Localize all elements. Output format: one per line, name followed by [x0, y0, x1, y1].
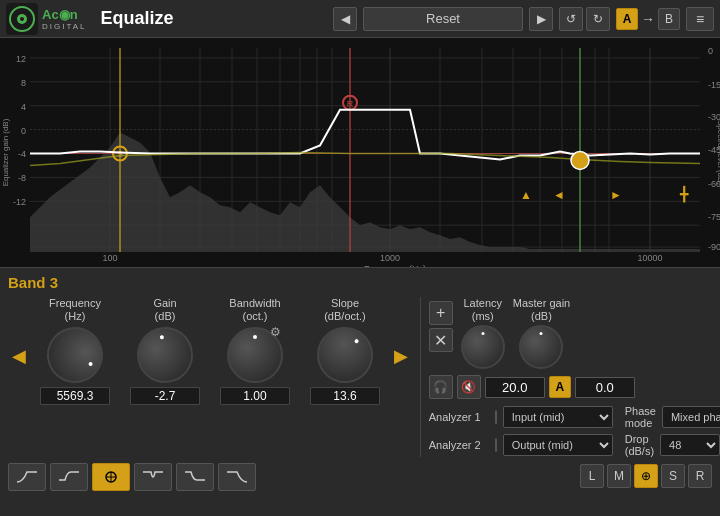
analyzer1-color-swatch [495, 410, 497, 424]
latency-knob[interactable] [461, 325, 505, 369]
svg-text:►: ► [610, 188, 622, 202]
analyzer2-row: Analyzer 2 Output (mid) Output (side) In… [429, 433, 712, 457]
band-prev-button[interactable]: ◀ [8, 345, 30, 367]
lowpass-icon [225, 468, 249, 486]
channel-r-button[interactable]: R [688, 464, 712, 488]
svg-text:Frequency (Hz): Frequency (Hz) [364, 264, 426, 267]
header: Ac◉n DIGITAL Equalize ◀ Reset ▶ ↺ ↻ A → … [0, 0, 720, 38]
analyzer2-label: Analyzer 2 [429, 439, 489, 451]
filter-notch-button[interactable] [134, 463, 172, 491]
svg-text:8: 8 [21, 78, 26, 88]
undo-button[interactable]: ↺ [559, 7, 583, 31]
svg-text:10000: 10000 [637, 253, 662, 263]
svg-text:0: 0 [708, 46, 713, 56]
controls-area: Band 3 ◀ Frequency (Hz) 5569.3 Gain (dB)… [0, 268, 720, 516]
drop-label: Drop (dB/s) [625, 433, 654, 457]
tilt-icon [183, 468, 207, 486]
a-button[interactable]: A [616, 8, 638, 30]
latency-value[interactable]: 20.0 [485, 377, 545, 398]
svg-text:-12: -12 [13, 197, 26, 207]
filter-lowshelf-button[interactable] [50, 463, 88, 491]
filter-tilt-button[interactable] [176, 463, 214, 491]
svg-text:12: 12 [16, 54, 26, 64]
menu-button[interactable]: ≡ [686, 7, 714, 31]
gain-group: Gain (dB) -2.7 [120, 297, 210, 405]
headphones-button[interactable]: 🎧 [429, 375, 453, 399]
channel-l-label: L [589, 469, 596, 483]
phase-mode-select[interactable]: Mixed phase Linear phase Minimum phase [662, 406, 720, 428]
svg-text:4: 4 [21, 102, 26, 112]
eq-canvas: 12 8 4 0 -4 -8 -12 0 -15 -30 -45 -60 -75… [0, 38, 720, 267]
filter-peak-button[interactable] [92, 463, 130, 491]
analyzer2-select[interactable]: Output (mid) Output (side) Input (mid) O… [503, 434, 613, 456]
svg-text:-4: -4 [18, 149, 26, 159]
channel-l-button[interactable]: L [580, 464, 604, 488]
filter-row [8, 463, 256, 491]
add-remove-group: + ✕ [429, 301, 453, 352]
icons-values-row: 🎧 🔇 20.0 A 0.0 [429, 375, 712, 399]
logo-icon [6, 3, 38, 35]
band-next-button[interactable]: ▶ [390, 345, 412, 367]
filter-lowpass-button[interactable] [218, 463, 256, 491]
bandwidth-settings-icon[interactable]: ⚙ [270, 325, 281, 339]
analyzer1-row: Analyzer 1 Input (mid) Input (side) Outp… [429, 405, 712, 429]
svg-text:-8: -8 [18, 173, 26, 183]
gain-knob[interactable] [133, 323, 198, 388]
logo-text: Ac◉n DIGITAL [42, 7, 87, 31]
drop-select[interactable]: 48 96 24 12 [660, 434, 720, 456]
analyzer1-select[interactable]: Input (mid) Input (side) Output (mid) Of… [503, 406, 613, 428]
eq-display[interactable]: 12 8 4 0 -4 -8 -12 0 -15 -30 -45 -60 -75… [0, 38, 720, 268]
band-label: Band 3 [8, 274, 712, 291]
frequency-value[interactable]: 5569.3 [40, 387, 110, 405]
channel-mid-icon: ⊕ [641, 469, 651, 483]
channel-s-button[interactable]: S [661, 464, 685, 488]
frequency-knob[interactable] [37, 317, 113, 393]
channel-m-button[interactable]: M [607, 464, 631, 488]
headphones-icon: 🎧 [433, 380, 448, 394]
svg-point-3 [20, 17, 24, 21]
master-gain-knob[interactable] [519, 325, 563, 369]
svg-text:Equalizer gain (dB): Equalizer gain (dB) [1, 118, 10, 186]
divider [420, 297, 421, 457]
ab-display-button[interactable]: A [549, 376, 571, 398]
mute-icon: 🔇 [461, 380, 476, 394]
band-controls: ◀ Frequency (Hz) 5569.3 Gain (dB) -2.7 B… [8, 297, 412, 405]
latency-label: Latency (ms) [463, 297, 502, 323]
gain-value[interactable]: -2.7 [130, 387, 200, 405]
mute-button[interactable]: 🔇 [457, 375, 481, 399]
svg-text:S: S [117, 149, 123, 159]
svg-text:▲: ▲ [520, 188, 532, 202]
knob-dot [88, 362, 93, 367]
knob-dot [160, 335, 165, 340]
knob-dot [253, 335, 257, 339]
ab-arrow-icon: → [641, 11, 655, 27]
ab-group: A → B [616, 8, 680, 30]
remove-band-button[interactable]: ✕ [429, 328, 453, 352]
preset-next-button[interactable]: ▶ [529, 7, 553, 31]
svg-text:100: 100 [102, 253, 117, 263]
redo-button[interactable]: ↻ [586, 7, 610, 31]
svg-text:◄: ◄ [553, 188, 565, 202]
bandwidth-value[interactable]: 1.00 [220, 387, 290, 405]
analyzer2-color-swatch [495, 438, 497, 452]
slope-knob[interactable] [306, 316, 385, 395]
lowshelf-icon [57, 468, 81, 486]
b-button[interactable]: B [658, 8, 680, 30]
right-top: + ✕ Latency (ms) Master gain (dB) [429, 297, 712, 369]
peak-icon [99, 468, 123, 486]
channel-mid-button[interactable]: ⊕ [634, 464, 658, 488]
preset-prev-button[interactable]: ◀ [333, 7, 357, 31]
master-gain-value[interactable]: 0.0 [575, 377, 635, 398]
svg-text:R: R [347, 99, 354, 109]
knob-sm-dot [481, 332, 484, 335]
add-band-button[interactable]: + [429, 301, 453, 325]
logo: Ac◉n DIGITAL [6, 3, 87, 35]
channel-group: L M ⊕ S R [580, 464, 712, 488]
analyzer1-label: Analyzer 1 [429, 411, 489, 423]
notch-icon [141, 468, 165, 486]
slope-value[interactable]: 13.6 [310, 387, 380, 405]
channel-m-label: M [614, 469, 624, 483]
svg-text:-90: -90 [708, 242, 720, 252]
bandwidth-group: Bandwidth (oct.) ⚙ 1.00 [210, 297, 300, 405]
filter-highpass-button[interactable] [8, 463, 46, 491]
